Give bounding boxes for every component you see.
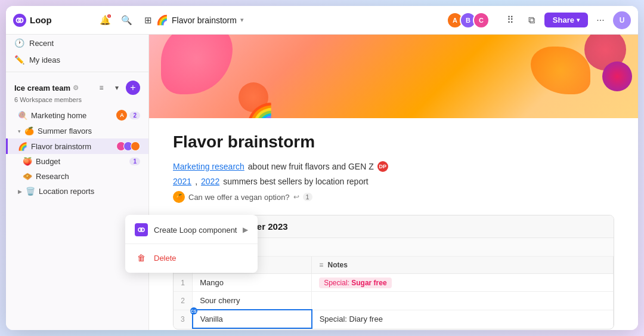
title-bar: Loop 🔔 1 🔍 ⊞ 🌈 Flavor brainstorm ▾ A B <box>6 6 638 35</box>
doc-emoji: 🌈 <box>156 14 168 26</box>
content-area: 🌈 Flavor brainstorm Marketing research a… <box>149 35 638 330</box>
col-header-notes: ≡ Notes <box>312 257 614 274</box>
apps-button[interactable]: ⠿ <box>501 11 519 29</box>
workspace-actions: ≡ ▾ + <box>95 81 140 95</box>
cell-flavor-3-text: Vanilla <box>200 315 223 323</box>
marketing-home-badge: 2 <box>129 112 140 119</box>
sidebar: 🕐 Recent ✏️ My ideas Ice cream team ⚙ ≡ … <box>6 35 149 330</box>
popout-button[interactable]: ⧉ <box>523 11 541 29</box>
recent-icon: 🕐 <box>14 38 24 48</box>
marketing-home-avatar: A <box>116 110 127 121</box>
app-window: Loop 🔔 1 🔍 ⊞ 🌈 Flavor brainstorm ▾ A B <box>6 6 638 330</box>
meta-line-1: Marketing research about new fruit flavo… <box>173 161 614 172</box>
sidebar-item-summer-flavors[interactable]: ▾ 🍊 Summer flavors <box>6 124 148 138</box>
hero-blob-1 <box>161 35 233 94</box>
collapse-icon: ▾ <box>18 128 21 134</box>
sidebar-item-recent[interactable]: 🕐 Recent <box>6 35 148 51</box>
workspace-menu-button[interactable]: ≡ <box>95 81 108 94</box>
menu-divider <box>125 243 258 244</box>
col-label-notes: Notes <box>328 261 348 269</box>
doc-title-bar: 🌈 Flavor brainstorm ▾ <box>156 14 244 26</box>
delete-icon: 🗑 <box>135 251 148 264</box>
summer-flavors-icon: 🍊 <box>24 127 34 135</box>
search-button[interactable]: 🔍 <box>118 12 135 29</box>
submenu-arrow-icon: ▶ <box>243 226 248 234</box>
meta-text-2: summers best sellers by location report <box>223 177 369 186</box>
highlight-text: Sugar free <box>351 279 386 287</box>
delete-item[interactable]: 🗑 Delete <box>125 246 258 269</box>
meta-line-2: 2021 , 2022 summers best sellers by loca… <box>173 177 614 186</box>
expand-icon: ▶ <box>18 189 22 195</box>
meta-text-1: about new fruit flavors and GEN Z <box>248 162 374 171</box>
doc-title: Flavor brainstorm <box>173 132 614 152</box>
workspace-name: Ice cream team ⚙ <box>14 84 79 93</box>
cell-flavor-3[interactable]: CS Vanilla <box>193 310 312 328</box>
sidebar-item-research[interactable]: 🧇 Research <box>6 169 148 184</box>
share-label: Share <box>553 16 574 24</box>
create-loop-label: Create Loop component <box>154 226 237 235</box>
doc-title-text: Flavor brainstorm <box>172 16 237 25</box>
nav-avatar <box>131 141 140 151</box>
title-bar-left: Loop 🔔 1 🔍 ⊞ <box>13 12 156 29</box>
svg-point-3 <box>141 228 144 232</box>
recent-label: Recent <box>29 39 54 48</box>
cell-notes-2 <box>312 292 614 310</box>
title-bar-center: 🌈 Flavor brainstorm ▾ <box>156 14 447 26</box>
loop-logo-icon <box>13 14 26 27</box>
notification-badge: 1 <box>106 13 112 19</box>
sidebar-item-budget[interactable]: 🍑 Budget 1 <box>6 154 148 169</box>
author-badge: DP <box>377 161 388 172</box>
reply-count: 1 <box>303 193 312 201</box>
hero-rainbow: 🌈 <box>244 102 274 118</box>
location-label: Location reports <box>39 187 94 196</box>
flavor-brainstorm-label: Flavor brainstorm <box>31 142 91 151</box>
hero-blob-2 <box>531 47 590 94</box>
nav-icons: 🔔 1 🔍 ⊞ <box>97 12 156 29</box>
cell-notes-3: Special: Diary free <box>312 310 614 328</box>
cell-flavor-2[interactable]: Sour cherry <box>193 292 312 310</box>
marketing-research-link[interactable]: Marketing research <box>173 162 244 171</box>
share-button[interactable]: Share ▾ <box>544 13 588 27</box>
hero-circle <box>602 61 632 91</box>
comment-line: 🍊 Can we offer a vegan option? ↩ 1 <box>173 191 614 203</box>
table-row: 1 Mango Special: Sugar free <box>174 274 614 292</box>
ideas-icon: ✏️ <box>14 55 24 64</box>
marketing-home-label: Marketing home <box>31 111 86 120</box>
workspace-settings-icon: ⚙ <box>73 84 79 92</box>
add-button[interactable]: + <box>126 81 140 95</box>
reply-icon: ↩ <box>293 193 299 201</box>
sidebar-item-flavor-brainstorm[interactable]: 🌈 Flavor brainstorm <box>6 138 148 154</box>
year-2022-link[interactable]: 2022 <box>201 177 219 186</box>
sidebar-item-location-reports[interactable]: ▶ 🗑️ Location reports <box>6 184 148 199</box>
app-name: Loop <box>30 15 52 25</box>
comment-avatar: 🍊 <box>173 191 185 203</box>
context-menu: Create Loop component ▶ 🗑 Delete <box>125 215 258 273</box>
comment-text: Can we offer a vegan option? <box>188 193 290 202</box>
budget-icon: 🍑 <box>23 157 32 166</box>
my-ideas-label: My ideas <box>29 56 60 64</box>
layout-button[interactable]: ⊞ <box>140 12 156 29</box>
comma: , <box>195 177 197 186</box>
table-row: 2 Sour cherry <box>174 292 614 310</box>
user-avatar[interactable]: U <box>613 11 631 29</box>
row-num-3: 3 <box>174 310 193 328</box>
more-options-button[interactable]: ··· <box>592 11 609 29</box>
share-chevron-icon: ▾ <box>577 17 580 23</box>
sidebar-item-my-ideas[interactable]: ✏️ My ideas <box>6 51 148 68</box>
title-bar-right: A B C ⠿ ⧉ Share ▾ ··· U <box>447 11 631 29</box>
flavor-brainstorm-icon: 🌈 <box>18 142 27 151</box>
workspace-expand-button[interactable]: ▾ <box>110 81 123 94</box>
create-loop-component-item[interactable]: Create Loop component ▶ <box>125 218 258 241</box>
delete-label: Delete <box>154 254 177 263</box>
cell-flavor-1[interactable]: Mango <box>193 274 312 292</box>
row-num-2: 2 <box>174 292 193 310</box>
sidebar-item-marketing-home[interactable]: 🍭 Marketing home A 2 <box>6 107 148 124</box>
highlight-badge: Special: Sugar free <box>319 278 391 288</box>
chevron-down-icon[interactable]: ▾ <box>240 16 244 24</box>
year-2021-link[interactable]: 2021 <box>173 177 191 186</box>
avatar-group: A B C <box>447 12 490 29</box>
location-icon: 🗑️ <box>26 187 35 196</box>
cell-notes-1: Special: Sugar free <box>312 274 614 292</box>
notification-button[interactable]: 🔔 1 <box>97 12 113 29</box>
row-num-1: 1 <box>174 274 193 292</box>
